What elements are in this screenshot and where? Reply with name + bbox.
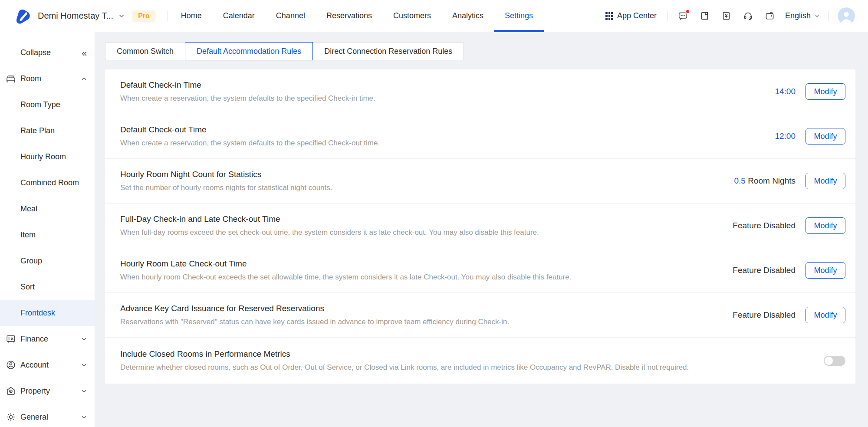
nav-item-analytics[interactable]: Analytics xyxy=(452,0,483,32)
sidebar-item-room-type[interactable]: Room Type xyxy=(0,92,95,118)
divider xyxy=(667,11,667,21)
settings-row: Hourly Room Late Check-out Time When hou… xyxy=(105,248,855,293)
setting-title: Hourly Room Late Check-out Time xyxy=(120,259,571,269)
app-center-button[interactable]: App Center xyxy=(605,11,657,20)
settings-row: Include Closed Rooms in Performance Metr… xyxy=(105,338,855,384)
settings-tab-group: Common Switch Default Accommodation Rule… xyxy=(105,42,464,60)
top-bar-right: App Center xyxy=(605,7,855,25)
double-chevron-left-icon: « xyxy=(82,48,87,57)
toggle-knob xyxy=(825,357,833,365)
sidebar-item-hourly-room[interactable]: Hourly Room xyxy=(0,144,95,170)
settings-row: Full-Day Check-in and Late Check-out Tim… xyxy=(105,204,855,248)
modify-button[interactable]: Modify xyxy=(806,128,845,145)
modify-button[interactable]: Modify xyxy=(806,307,845,323)
sidebar-item-rate-plan[interactable]: Rate Plan xyxy=(0,118,95,144)
language-selector[interactable]: English xyxy=(785,11,820,20)
collapse-label: Collapse xyxy=(20,48,51,57)
setting-description: When create a reservation, the system de… xyxy=(120,139,380,148)
notification-dot xyxy=(685,9,690,14)
metrics-toggle[interactable] xyxy=(824,356,845,366)
nav-item-home[interactable]: Home xyxy=(181,0,202,32)
house-icon xyxy=(6,386,16,396)
top-bar: Demi Homestay T... Pro Home Calendar Cha… xyxy=(0,0,868,32)
settings-row: Default Check-out Time When create a res… xyxy=(105,114,855,159)
support-icon[interactable] xyxy=(743,11,753,21)
setting-value: Feature Disabled xyxy=(733,266,796,275)
sidebar-item-combined-room[interactable]: Combined Room xyxy=(0,170,95,196)
modify-button[interactable]: Modify xyxy=(806,262,845,279)
safe-icon xyxy=(6,334,16,344)
setting-value: 12:00 xyxy=(775,131,796,141)
app-grid-icon xyxy=(605,12,613,20)
settings-panel: Default Check-in Time When create a rese… xyxy=(105,69,855,384)
setting-description: Determine whether closed rooms, such as … xyxy=(120,363,689,372)
gear-icon xyxy=(6,412,16,422)
setting-description: When create a reservation, the system de… xyxy=(120,94,375,103)
settings-row: Hourly Room Night Count for Statistics S… xyxy=(105,159,855,204)
sidebar-section-label: General xyxy=(20,413,48,422)
sidebar-section-finance[interactable]: Finance xyxy=(0,326,95,352)
setting-value: 14:00 xyxy=(775,87,796,96)
property-name: Demi Homestay T... xyxy=(38,11,113,21)
setting-title: Hourly Room Night Count for Statistics xyxy=(120,170,332,179)
sidebar-section-label: Account xyxy=(20,361,49,370)
sidebar-section-general[interactable]: General xyxy=(0,404,95,427)
pro-badge: Pro xyxy=(132,10,155,22)
user-avatar-icon[interactable] xyxy=(838,7,855,25)
chevron-down-icon xyxy=(81,414,87,420)
nav-item-channel[interactable]: Channel xyxy=(276,0,305,32)
divider xyxy=(829,11,829,21)
setting-description: Set the number of hourly rooms nights fo… xyxy=(120,184,332,192)
settings-row: Default Check-in Time When create a rese… xyxy=(105,69,855,114)
chevron-down-icon xyxy=(81,336,87,342)
nav-item-settings[interactable]: Settings xyxy=(505,0,533,32)
sidebar-section-property[interactable]: Property xyxy=(0,378,95,404)
sidebar-section-room[interactable]: Room xyxy=(0,66,95,92)
nav-item-calendar[interactable]: Calendar xyxy=(223,0,255,32)
setting-title: Advance Key Card Issuance for Reserved R… xyxy=(120,304,509,313)
nav-item-customers[interactable]: Customers xyxy=(393,0,431,32)
manual-icon[interactable] xyxy=(700,11,710,21)
chevron-down-icon xyxy=(81,388,87,394)
setting-value: Feature Disabled xyxy=(733,310,796,320)
user-badge-icon xyxy=(6,360,16,370)
setting-title: Default Check-in Time xyxy=(120,80,375,90)
billing-icon[interactable] xyxy=(721,11,731,21)
wallet-icon[interactable] xyxy=(765,11,775,21)
setting-value: Feature Disabled xyxy=(733,221,796,230)
setting-description: When hourly room Check-out exceeds the s… xyxy=(120,273,571,282)
settings-row: Advance Key Card Issuance for Reserved R… xyxy=(105,293,855,338)
bed-icon xyxy=(6,73,16,84)
collapse-sidebar-button[interactable]: Collapse « xyxy=(0,39,95,66)
chevron-down-icon xyxy=(81,362,87,368)
setting-title: Full-Day Check-in and Late Check-out Tim… xyxy=(120,214,539,224)
language-label: English xyxy=(785,11,811,20)
divider xyxy=(168,11,168,21)
modify-button[interactable]: Modify xyxy=(806,83,845,100)
setting-title: Default Check-out Time xyxy=(120,125,380,135)
modify-button[interactable]: Modify xyxy=(806,217,845,234)
property-selector[interactable]: Demi Homestay T... xyxy=(15,8,125,24)
chat-icon[interactable] xyxy=(678,11,688,21)
sidebar-item-item[interactable]: Item xyxy=(0,222,95,248)
tab-direct-connection-reservation-rules[interactable]: Direct Connection Reservation Rules xyxy=(313,43,464,60)
nav-item-reservations[interactable]: Reservations xyxy=(326,0,372,32)
chevron-down-icon xyxy=(118,13,125,19)
top-navigation: Home Calendar Channel Reservations Custo… xyxy=(181,0,533,32)
app-center-label: App Center xyxy=(617,11,657,20)
quick-icons xyxy=(678,11,775,21)
sidebar-section-label: Finance xyxy=(20,335,48,344)
sidebar-item-group[interactable]: Group xyxy=(0,248,95,274)
sidebar-item-sort[interactable]: Sort xyxy=(0,274,95,300)
setting-description: When full-day rooms exceed the set check… xyxy=(120,228,539,237)
settings-content: Common Switch Default Accommodation Rule… xyxy=(95,32,868,427)
tab-default-accommodation-rules[interactable]: Default Accommodation Rules xyxy=(185,43,313,60)
chevron-up-icon xyxy=(81,76,87,82)
sidebar-section-account[interactable]: Account xyxy=(0,352,95,378)
setting-description: Reservations with "Reserved" status can … xyxy=(120,318,509,326)
modify-button[interactable]: Modify xyxy=(806,173,845,189)
sidebar-item-frontdesk[interactable]: Frontdesk xyxy=(0,300,95,326)
setting-value: 0.5 Room Nights xyxy=(734,176,796,186)
tab-common-switch[interactable]: Common Switch xyxy=(105,43,185,60)
sidebar-item-meal[interactable]: Meal xyxy=(0,196,95,222)
